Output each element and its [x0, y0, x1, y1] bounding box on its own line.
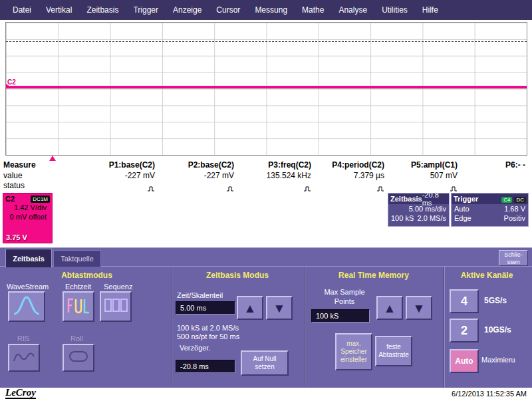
cursor-dash-line[interactable] — [6, 41, 527, 42]
delay-field[interactable]: -20.8 ms — [176, 360, 235, 373]
menu-anzeige[interactable]: Anzeige — [166, 0, 209, 20]
lecroy-logo: LeCroy — [5, 388, 36, 399]
menu-utilities[interactable]: Utilities — [374, 0, 415, 20]
trigger-time-marker-icon[interactable] — [49, 156, 56, 161]
channel2-scale: 1.42 V/div — [3, 203, 52, 212]
tab-zeitbasis[interactable]: Zeitbasis — [5, 249, 52, 267]
echtzeit-button[interactable] — [63, 291, 94, 322]
dialog-tab-strip: Zeitbasis Taktquelle Schlie- ssen — [0, 248, 532, 267]
channel2-descriptor-box[interactable]: C2 DC1M 1.42 V/div 0 mV offset 3.75 V — [3, 193, 53, 243]
trigger-descriptor-box[interactable]: Trigger C4 DC Auto 1.68 V Edge Positiv — [451, 193, 529, 227]
ris-label: RIS — [17, 334, 29, 342]
trigger-type: Edge — [454, 214, 471, 222]
scale-up-button[interactable]: ▲ — [237, 296, 263, 320]
trigger-mode: Auto — [454, 205, 469, 213]
time-per-div-field[interactable]: 5.00 ms — [176, 301, 235, 315]
measure-column-p4: P4:period(C2) 7.379 µs — [305, 160, 384, 190]
max-memory-line3: einsteller — [340, 356, 367, 364]
channel2-trace[interactable] — [6, 86, 527, 88]
measure-value: 135.524 kHz — [231, 171, 311, 181]
fixed-rate-line1: feste — [378, 343, 409, 351]
tab-taktquelle[interactable]: Taktquelle — [53, 250, 101, 267]
menu-trigger[interactable]: Trigger — [126, 0, 166, 20]
sample-info-line1: 100 kS at 2.0 MS/s — [177, 324, 239, 332]
status-icon — [154, 182, 234, 190]
menu-hilfe[interactable]: Hilfe — [415, 0, 446, 20]
channel2-coupling-badge: DC1M — [31, 196, 50, 203]
channel2-offset-marker-icon[interactable] — [6, 84, 10, 89]
timebase-scale: 5.00 ms/div — [409, 205, 446, 213]
datetime-display: 6/12/2013 11:52:35 AM — [452, 390, 527, 398]
menu-datei[interactable]: Datei — [5, 0, 39, 20]
measure-status-label: status — [3, 181, 25, 190]
roll-label: Roll — [70, 334, 83, 342]
wavestream-curve-icon — [13, 295, 41, 319]
measure-param: P2:base(C2) — [154, 160, 234, 170]
menu-messung[interactable]: Messung — [247, 0, 295, 20]
channels-4-button[interactable]: 4 — [450, 289, 479, 313]
sequenz-label: Sequenz — [104, 283, 132, 291]
wavestream-label: WaveStream — [7, 283, 49, 291]
close-button[interactable]: Schlie- ssen — [499, 250, 528, 266]
ris-waveform-icon — [12, 348, 36, 368]
measure-param: P6:- - — [446, 160, 525, 170]
menu-mathe[interactable]: Mathe — [295, 0, 331, 20]
section-abtastmodus: Abtastmodus WaveStream Echtzeit Sequenz — [3, 267, 171, 388]
measure-value-label: value — [3, 171, 23, 180]
max-sample-field[interactable]: 100 kS — [311, 309, 370, 323]
set-max-memory-button[interactable]: max. Speicher einsteller — [335, 333, 372, 370]
measure-param: P1:base(C2) — [75, 160, 155, 170]
echtzeit-label: Echtzeit — [65, 283, 91, 291]
channels-auto-button[interactable]: Auto — [450, 349, 479, 373]
memory-down-button[interactable]: ▼ — [406, 296, 432, 320]
measure-column-p3: P3:freq(C2) 135.524 kHz — [231, 160, 311, 190]
fixed-sample-rate-button[interactable]: feste Abtastrate — [375, 336, 412, 366]
trigger-title: Trigger — [454, 195, 478, 203]
time-per-div-label: Zeit/Skalenteil — [177, 291, 223, 299]
max-memory-line2: Speicher — [340, 348, 367, 356]
trigger-slope: Positiv — [504, 214, 525, 222]
timebase-descriptor-box[interactable]: Zeitbasis -20.8 ms 5.00 ms/div 100 kS 2.… — [388, 193, 450, 227]
measure-value: -227 mV — [154, 171, 234, 181]
trigger-level: 1.68 V — [504, 205, 525, 213]
menu-analyse[interactable]: Analyse — [331, 0, 374, 20]
roll-button[interactable] — [63, 344, 94, 372]
trigger-source-badge: C4 — [501, 197, 512, 203]
status-icon — [378, 182, 458, 190]
section-title: Zeitbasis Modus — [172, 271, 303, 280]
menu-vertikal[interactable]: Vertikal — [39, 0, 79, 20]
zero-delay-line1: Auf Null — [253, 355, 276, 363]
status-icon — [305, 182, 384, 190]
zero-delay-button[interactable]: Auf Null setzen — [241, 350, 289, 376]
measure-column-p6: P6:- - — [446, 160, 525, 181]
status-icon — [231, 182, 311, 190]
max-sample-label-line1: Max Sample — [311, 288, 378, 296]
max-sample-label-line2: Points — [311, 297, 378, 305]
close-label-line2: ssen — [499, 259, 527, 266]
ris-button[interactable] — [8, 344, 40, 372]
fixed-rate-line2: Abtastrate — [378, 351, 409, 359]
section-zeitbasis-modus: Zeitbasis Modus Zeit/Skalenteil 5.00 ms … — [172, 267, 303, 388]
channel2-offset: 0 mV offset — [3, 212, 52, 221]
menu-zeitbasis[interactable]: Zeitbasis — [79, 0, 126, 20]
channels-auto-label: Maximieru — [481, 356, 515, 364]
scale-down-button[interactable]: ▼ — [266, 296, 293, 320]
sequenz-button[interactable] — [100, 291, 132, 322]
sample-info-line2: 500 ns/pt for 50 ms — [177, 332, 239, 340]
close-label-line1: Schlie- — [499, 251, 527, 259]
channels-2-rate: 10GS/s — [484, 325, 511, 334]
arrow-down-icon: ▼ — [413, 302, 426, 315]
measure-value — [446, 171, 525, 181]
channels-2-button[interactable]: 2 — [450, 319, 479, 342]
trigger-level-value: 3.75 V — [6, 233, 27, 241]
menu-cursor[interactable]: Cursor — [209, 0, 247, 20]
wavestream-button[interactable] — [8, 291, 45, 322]
measure-row-label: Measure — [3, 160, 36, 170]
arrow-up-icon: ▲ — [384, 302, 396, 315]
section-real-time-memory: Real Time Memory Max Sample Points 100 k… — [305, 267, 443, 388]
measure-column-p1: P1:base(C2) -227 mV — [75, 160, 155, 190]
measure-value: -227 mV — [75, 171, 155, 181]
timebase-rate: 2.0 MS/s — [418, 214, 446, 222]
arrow-up-icon: ▲ — [244, 302, 257, 315]
memory-up-button[interactable]: ▲ — [376, 296, 403, 320]
